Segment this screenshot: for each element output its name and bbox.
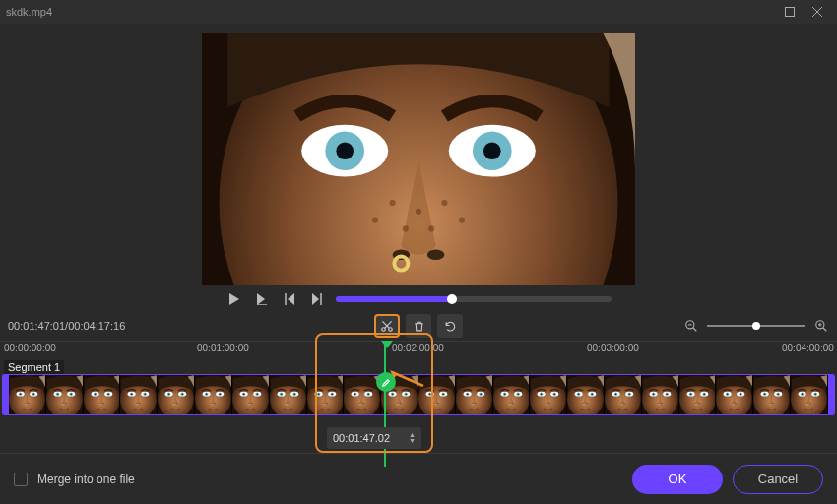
- titlebar: skdk.mp4: [0, 0, 837, 24]
- timeline-thumbnail[interactable]: [307, 375, 345, 414]
- timeline-thumbnail[interactable]: [493, 375, 531, 414]
- ruler-tick: 00:00:00:00: [4, 343, 56, 353]
- timeline-thumbnail[interactable]: [9, 375, 46, 414]
- progress-knob[interactable]: [447, 294, 457, 304]
- play-segment-button[interactable]: [253, 290, 271, 308]
- timeline-thumbnail[interactable]: [642, 375, 679, 414]
- timeline-thumbnail[interactable]: [232, 375, 270, 414]
- timeline-thumbnail[interactable]: [195, 375, 232, 414]
- ok-button[interactable]: OK: [632, 465, 723, 494]
- window-title: skdk.mp4: [6, 6, 52, 18]
- timeline-thumbnail[interactable]: [791, 375, 828, 414]
- svg-rect-18: [786, 8, 795, 17]
- timecode-display: 00:01:47:01/00:04:17:16: [8, 320, 125, 332]
- timeline-thumbnail[interactable]: [84, 375, 121, 414]
- segment-label: Segment 1: [4, 360, 64, 374]
- timeline-thumbnail[interactable]: [46, 375, 84, 414]
- ruler-tick: 00:02:00:00: [392, 343, 444, 353]
- play-button[interactable]: [225, 290, 243, 308]
- undo-button[interactable]: [437, 314, 463, 338]
- zoom-controls: [683, 318, 829, 334]
- timecode-input-value: 00:01:47.02: [333, 432, 390, 444]
- timeline-thumbnail[interactable]: [456, 375, 493, 414]
- progress-fill: [336, 296, 452, 302]
- svg-marker-22: [257, 293, 265, 305]
- timeline-thumbnail[interactable]: [679, 375, 717, 414]
- timeline: Segment 1 00:01:47.02 ▲ ▼: [0, 358, 837, 421]
- merge-label: Merge into one file: [37, 472, 135, 486]
- timecode-input[interactable]: 00:01:47.02 ▲ ▼: [327, 427, 421, 449]
- zoom-slider-knob[interactable]: [752, 322, 760, 330]
- playback-controls: [0, 287, 837, 311]
- timeline-thumbnail[interactable]: [270, 375, 307, 414]
- merge-checkbox[interactable]: [14, 472, 28, 486]
- maximize-button[interactable]: [776, 2, 804, 22]
- cancel-button[interactable]: Cancel: [733, 465, 823, 494]
- timeline-thumbnail[interactable]: [753, 375, 791, 414]
- svg-line-36: [823, 328, 827, 332]
- trim-handle-right[interactable]: [828, 375, 834, 414]
- timecode-stepper[interactable]: ▲ ▼: [409, 432, 416, 444]
- video-preview[interactable]: [202, 33, 635, 285]
- timeline-thumbnail[interactable]: [605, 375, 642, 414]
- timeline-thumbnail[interactable]: [120, 375, 158, 414]
- svg-marker-40: [390, 370, 398, 378]
- svg-marker-21: [229, 293, 239, 305]
- svg-marker-25: [288, 293, 294, 305]
- delete-button[interactable]: [406, 314, 431, 338]
- prev-frame-button[interactable]: [281, 290, 298, 308]
- stepper-down-icon[interactable]: ▼: [409, 438, 416, 444]
- annotation-arrow-icon: [390, 370, 429, 390]
- svg-line-33: [693, 328, 697, 332]
- footer: Merge into one file OK Cancel: [0, 453, 837, 504]
- ruler-tick: 00:04:00:00: [782, 343, 834, 353]
- timeline-thumbnail[interactable]: [530, 375, 567, 414]
- ruler-tick: 00:03:00:00: [587, 343, 639, 353]
- preview-area: [0, 24, 837, 291]
- progress-bar[interactable]: [336, 296, 612, 302]
- timeline-thumbnail[interactable]: [716, 375, 753, 414]
- close-button[interactable]: [804, 2, 831, 22]
- zoom-slider[interactable]: [707, 325, 805, 327]
- zoom-in-button[interactable]: [813, 318, 829, 334]
- time-ruler[interactable]: 00:00:00:0000:01:00:0000:02:00:0000:03:0…: [0, 341, 837, 356]
- next-frame-button[interactable]: [308, 290, 326, 308]
- cut-button[interactable]: [374, 314, 400, 338]
- timeline-thumbnail[interactable]: [567, 375, 605, 414]
- timeline-thumbnail[interactable]: [158, 375, 195, 414]
- toolbar-row: 00:01:47:01/00:04:17:16: [0, 311, 837, 341]
- svg-marker-26: [312, 293, 319, 305]
- ruler-tick: 00:01:00:00: [197, 343, 249, 353]
- zoom-out-button[interactable]: [683, 318, 699, 334]
